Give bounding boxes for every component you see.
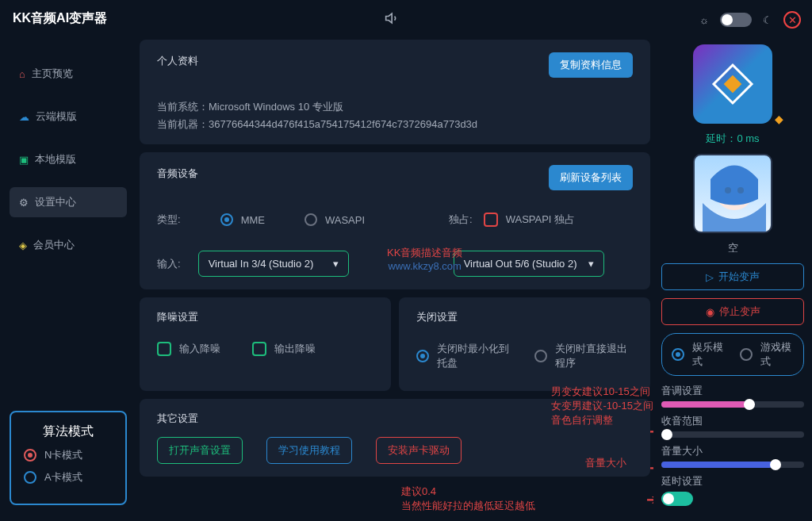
delay-toggle[interactable] [661,492,693,506]
input-device-select[interactable]: Virtual In 3/4 (Studio 2)▾ [198,251,349,277]
voice-name: 空 [661,241,804,255]
profile-panel: 个人资料 复制资料信息 当前系统：Microsoft Windows 10 专业… [140,40,650,144]
watermark-1: KK音频描述音频 [387,246,462,260]
diamond-icon: ◈ [19,239,27,251]
profile-title: 个人资料 [157,54,198,68]
wasapi-label: WASAPI [325,214,365,226]
mme-radio[interactable]: MME [220,213,265,226]
volume-slider[interactable] [661,462,804,468]
excl-opt-label: WASPAPI 独占 [506,213,575,227]
input-noise-checkbox[interactable]: 输入降噪 [157,342,220,356]
output-noise-checkbox[interactable]: 输出降噪 [252,342,316,356]
svg-point-3 [725,187,731,193]
pitch-slider[interactable] [661,401,804,408]
arrow-1-icon: ➔ [649,423,653,440]
sun-icon: ☼ [699,14,709,26]
close-exit-radio[interactable]: 关闭时直接退出程序 [534,342,634,370]
stop-voice-button[interactable]: ◉停止变声 [661,298,804,325]
audio-panel: 音频设备 刷新设备列表 类型: MME WASAPI 独占: WASPAPI 独… [140,152,650,289]
algo-box: 算法模式 N卡模式 A卡模式 [10,411,127,505]
start-label: 开始变声 [718,270,760,284]
refresh-devices-button[interactable]: 刷新设备列表 [549,165,633,190]
sidebar-settings-label: 设置中心 [35,195,76,209]
input-device-value: Virtual In 3/4 (Studio 2) [209,258,314,270]
algo-n-radio[interactable]: N卡模式 [24,448,113,462]
algo-a-label: A卡模式 [44,470,82,485]
right-column: ◆ 延时：0 ms 空 ▷开始变声 ◉停止变声 娱乐模式 游戏模式 音调设置 收… [653,36,812,521]
sidebar-home-label: 主页预览 [32,67,73,81]
tip-volume: 音量大小 [585,456,626,470]
close-button[interactable]: ✕ [783,11,801,29]
sidebar-item-local[interactable]: ▣本地模版 [10,144,127,174]
output-device-value: Virtual Out 5/6 (Studio 2) [464,258,577,270]
arrow-2-icon: ➔ [649,459,653,477]
close-panel: 关闭设置 关闭时最小化到托盘 关闭时直接退出程序 [399,297,650,391]
input-label: 输入: [157,257,181,271]
close-tray-label: 关闭时最小化到托盘 [437,342,515,370]
tip-mtf: 男变女建议10-15之间 [551,385,653,399]
moon-icon: ☾ [763,14,772,26]
watermark-2: www.kkzy8.com [387,260,462,272]
entertain-mode-radio[interactable]: 娱乐模式 [672,340,726,369]
sidebar-item-cloud[interactable]: ☁云端模版 [10,102,127,132]
voice-avatar[interactable] [693,154,772,233]
install-driver-button[interactable]: 安装声卡驱动 [376,437,462,464]
tip-tone: 音色自行调整 [551,413,653,427]
delay-label: 延时设置 [661,474,804,488]
sidebar-vip-label: 会员中心 [33,238,75,252]
app-logo-icon: ◆ [693,44,772,124]
latency-value: 延时：0 ms [661,132,804,146]
play-icon: ▷ [706,271,714,283]
gem-icon: ◆ [775,113,783,125]
tip-ftm: 女变男建议-10-15之间 [551,399,653,413]
chevron-down-icon: ▾ [588,258,594,270]
range-slider[interactable] [661,431,804,438]
machine-info: 当前机器：36776644344d476f415a754175412f674c7… [157,117,633,132]
pitch-label: 音调设置 [661,384,804,398]
sidebar-local-label: 本地模版 [35,152,76,167]
volume-icon[interactable] [385,10,400,26]
wasapi-radio[interactable]: WASAPI [304,213,365,226]
noise-title: 降噪设置 [157,310,373,324]
output-device-select[interactable]: Virtual Out 5/6 (Studio 2)▾ [454,251,604,277]
svg-point-4 [737,187,744,193]
gear-icon: ⚙ [19,197,29,209]
svg-rect-1 [724,75,742,94]
algo-n-label: N卡模式 [44,448,82,462]
app-title: KK音频AI变声器 [13,10,107,27]
excl-label: 独占: [449,213,473,227]
excl-checkbox[interactable]: WASPAPI 独占 [484,213,575,227]
chevron-down-icon: ▾ [333,258,339,270]
home-icon: ⌂ [19,68,25,80]
folder-icon: ▣ [19,154,29,166]
game-mode-radio[interactable]: 游戏模式 [740,340,794,369]
algo-a-radio[interactable]: A卡模式 [24,470,113,485]
arrow-3-icon: ➔ [646,491,653,508]
theme-toggle[interactable] [720,13,752,27]
game-mode-label: 游戏模式 [760,340,794,369]
noise-panel: 降噪设置 输入降噪 输出降噪 [140,297,391,391]
algo-title: 算法模式 [24,423,113,440]
sidebar-item-home[interactable]: ⌂主页预览 [10,59,127,89]
tutorial-button[interactable]: 学习使用教程 [266,437,352,464]
close-tray-radio[interactable]: 关闭时最小化到托盘 [416,342,515,370]
tip-delay-2: 当然性能好拉的越低延迟越低 [401,499,650,513]
entertain-mode-label: 娱乐模式 [692,340,726,369]
main-content: 个人资料 复制资料信息 当前系统：Microsoft Windows 10 专业… [136,36,653,521]
os-info: 当前系统：Microsoft Windows 10 专业版 [157,100,633,114]
sidebar-cloud-label: 云端模版 [36,109,77,124]
stop-label: 停止变声 [719,305,760,319]
start-voice-button[interactable]: ▷开始变声 [661,263,804,290]
audio-title: 音频设备 [157,167,198,181]
other-panel: 男变女建议10-15之间 女变男建议-10-15之间 音色自行调整 ➔ 其它设置… [140,399,650,477]
sidebar-item-vip[interactable]: ◈会员中心 [10,230,127,260]
copy-info-button[interactable]: 复制资料信息 [549,52,633,78]
output-noise-label: 输出降噪 [274,342,316,356]
close-title: 关闭设置 [416,310,633,324]
open-sound-button[interactable]: 打开声音设置 [157,437,243,464]
close-exit-label: 关闭时直接退出程序 [555,342,634,370]
type-label: 类型: [157,213,181,227]
sidebar: ⌂主页预览 ☁云端模版 ▣本地模版 ⚙设置中心 ◈会员中心 算法模式 N卡模式 … [0,36,136,521]
sidebar-item-settings[interactable]: ⚙设置中心 [10,187,127,217]
tip-delay-1: 建议0.4 [401,485,650,499]
